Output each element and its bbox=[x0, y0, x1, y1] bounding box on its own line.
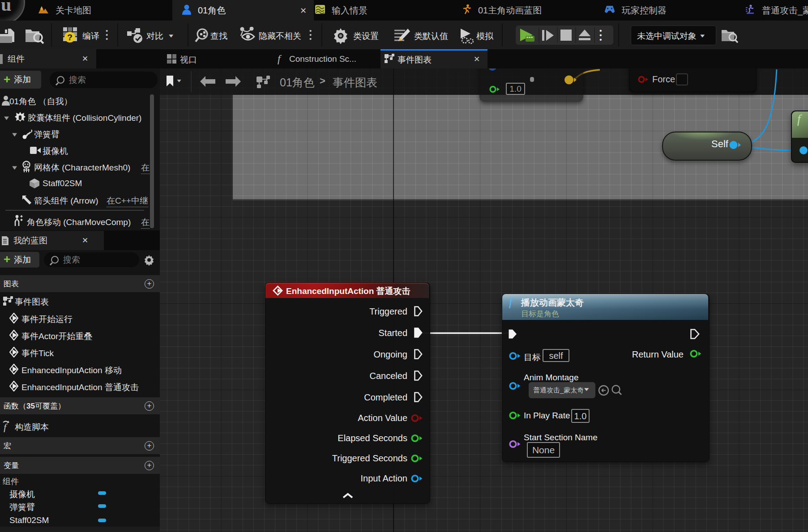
svg-text:f: f bbox=[4, 421, 8, 432]
svg-text:?: ? bbox=[67, 33, 73, 42]
